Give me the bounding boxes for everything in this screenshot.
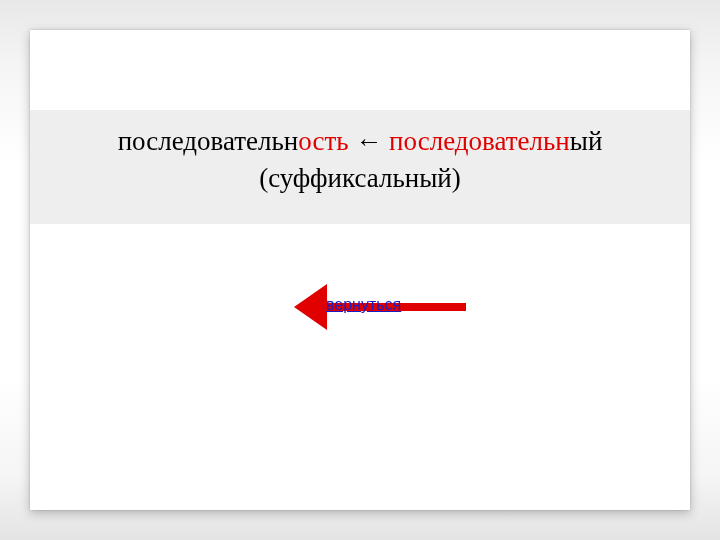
stem-1: последовательн bbox=[118, 126, 299, 156]
derivation-arrow: ← bbox=[349, 126, 390, 156]
slide: последовательность ← последовательный (с… bbox=[30, 30, 690, 510]
ending-2: ый bbox=[570, 126, 603, 156]
arrow-left-icon bbox=[294, 284, 327, 330]
word-formation-line: последовательность ← последовательный bbox=[40, 124, 680, 159]
back-link-label: вернуться bbox=[326, 296, 401, 314]
suffix-1: ость bbox=[298, 126, 348, 156]
content-box: последовательность ← последовательный (с… bbox=[30, 110, 690, 224]
formation-method: (суффиксальный) bbox=[40, 161, 680, 196]
stem-2: последовательн bbox=[389, 126, 570, 156]
back-link[interactable]: вернуться bbox=[290, 278, 490, 336]
